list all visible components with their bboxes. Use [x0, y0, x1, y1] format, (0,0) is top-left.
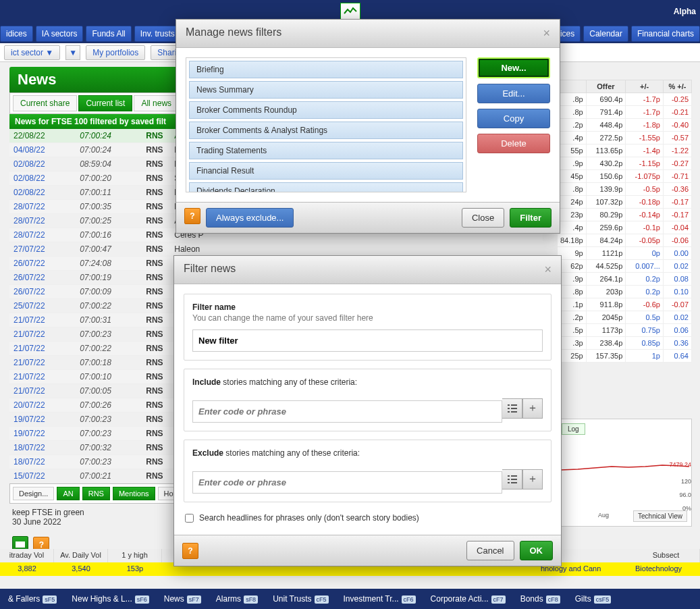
filter-list[interactable]: BriefingNews SummaryBroker Comments Roun…: [186, 57, 466, 192]
filter-button[interactable]: Filter: [510, 208, 551, 228]
filter-list-item[interactable]: Briefing: [189, 61, 463, 78]
filter-list-item[interactable]: News Summary: [189, 81, 463, 99]
exclude-criteria-input[interactable]: [192, 471, 502, 494]
svg-text:96.0: 96.0: [679, 492, 691, 498]
include-criteria-input[interactable]: [192, 400, 502, 423]
dialog-header: Filter news ×: [174, 256, 561, 284]
price-row[interactable]: .2p2045p0.5p0.02: [558, 311, 692, 324]
footer-tab[interactable]: Corporate Acti...cF7: [427, 591, 510, 606]
headlines-only-input[interactable]: [185, 514, 194, 523]
filter-list-item[interactable]: Broker Comments Roundup: [189, 101, 463, 119]
technical-view-button[interactable]: Technical View: [633, 510, 687, 522]
nav-item[interactable]: Calendar: [583, 26, 628, 42]
filter-list-item[interactable]: Trading Statements: [189, 142, 463, 159]
dropdown-button[interactable]: ▼: [65, 45, 80, 60]
price-row[interactable]: .4p259.6p-0.1p-0.04: [558, 221, 692, 234]
price-table: Offer +/- % +/- .8p690.4p-1.7p-0.25.8p79…: [557, 80, 692, 363]
price-row[interactable]: .8p791.4p-1.7p-0.21: [558, 106, 692, 119]
svg-rect-11: [511, 411, 517, 413]
help-button[interactable]: ?: [182, 543, 198, 559]
price-row[interactable]: 45p150.6p-1.075p-0.71: [558, 170, 692, 183]
footer-tab[interactable]: BondscF8: [516, 591, 564, 606]
price-row[interactable]: 84.18p84.24p-0.05p-0.06: [558, 234, 692, 247]
price-row[interactable]: .2p448.4p-1.8p-0.40: [558, 119, 692, 132]
log-button[interactable]: Log: [562, 423, 585, 435]
plus-icon[interactable]: ＋: [522, 398, 543, 419]
footer-tab[interactable]: Investment Tr...cF6: [340, 591, 420, 606]
copy-filter-button[interactable]: Copy: [477, 109, 550, 128]
price-row[interactable]: 25p157.35p1p0.64: [558, 350, 692, 363]
price-row[interactable]: .1p911.8p-0.6p-0.07: [558, 298, 692, 311]
price-row[interactable]: .5p1173p0.75p0.06: [558, 324, 692, 337]
filter-news-dialog: Filter news × Filter name You can change…: [173, 255, 562, 566]
price-row[interactable]: 55p113.65p-1.4p-1.22: [558, 144, 692, 157]
my-portfolios-button[interactable]: My portfolios: [86, 45, 145, 60]
nav-item[interactable]: IA sectors: [36, 26, 84, 42]
exclude-label: Exclude: [192, 448, 223, 458]
always-exclude-button[interactable]: Always exclude...: [206, 208, 294, 228]
footer-tab[interactable]: NewssF7: [160, 591, 205, 606]
news-tab-all-news[interactable]: All news: [134, 95, 179, 111]
price-row[interactable]: 62p44.525p0.007...0.02: [558, 260, 692, 273]
cancel-button[interactable]: Cancel: [466, 541, 514, 560]
nav-item[interactable]: Financial charts: [631, 26, 700, 42]
price-row[interactable]: .3p238.4p0.85p0.36: [558, 337, 692, 350]
svg-rect-14: [508, 479, 510, 480]
filter-name-input[interactable]: [192, 329, 543, 352]
col-change[interactable]: +/-: [626, 80, 664, 93]
footer-tabs: & FallerssF5New Highs & L...sF6NewssF7Al…: [0, 589, 700, 609]
svg-rect-15: [511, 479, 517, 480]
plus-icon[interactable]: ＋: [522, 469, 543, 489]
price-row[interactable]: .8p139.9p-0.5p-0.36: [558, 183, 692, 196]
price-row[interactable]: 23p80.29p-0.14p-0.17: [558, 209, 692, 221]
footer-tab[interactable]: New Highs & L...sF6: [68, 591, 153, 606]
svg-text:Aug: Aug: [598, 512, 609, 519]
app-logo: [340, 3, 360, 20]
delete-filter-button[interactable]: Delete: [477, 134, 550, 153]
chip[interactable]: Design...: [13, 487, 54, 500]
chevron-down-icon: ▼: [69, 48, 77, 57]
nav-item[interactable]: Inv. trusts: [134, 26, 181, 42]
close-button[interactable]: Close: [462, 208, 504, 228]
new-filter-button[interactable]: New...: [477, 57, 550, 78]
chip[interactable]: RNS: [82, 487, 110, 500]
price-row[interactable]: .9p264.1p0.2p0.08: [558, 273, 692, 286]
filter-list-item[interactable]: Broker Comments & Analyst Ratings: [189, 122, 463, 139]
price-row[interactable]: 24p107.32p-0.18p-0.17: [558, 196, 692, 209]
svg-rect-7: [511, 404, 517, 406]
footer-tab[interactable]: GiltscsF5: [571, 591, 616, 606]
col-pct[interactable]: % +/-: [663, 80, 691, 93]
filter-list-item[interactable]: Financial Result: [189, 162, 463, 180]
svg-rect-10: [508, 411, 510, 413]
ok-button[interactable]: OK: [520, 541, 554, 560]
list-icon[interactable]: [502, 398, 522, 419]
filter-list-item[interactable]: Dividends Declaration: [189, 182, 463, 192]
footer-tab[interactable]: Unit TrustscF5: [269, 591, 332, 606]
chip[interactable]: AN: [57, 487, 79, 500]
chip[interactable]: Mentions: [113, 487, 155, 500]
restrict-sector-button[interactable]: ict sector ▼: [4, 45, 60, 60]
nav-item[interactable]: idices: [0, 26, 33, 42]
news-row[interactable]: 27/07/2207:00:47RNSHaleon: [9, 242, 543, 257]
headlines-only-checkbox[interactable]: Search headlines for phrases only (don't…: [184, 510, 551, 525]
svg-text:7479.24: 7479.24: [669, 461, 691, 468]
close-icon[interactable]: ×: [543, 26, 550, 41]
footer-tab[interactable]: AlarmssF8: [212, 591, 262, 606]
chart-panel: Log 7479.24 120 96.0 0% Aug Sep 22 Techn…: [557, 419, 692, 527]
footer-tab[interactable]: & FallerssF5: [4, 591, 61, 606]
svg-rect-16: [508, 482, 510, 483]
price-row[interactable]: 9p1121p0p0.00: [558, 247, 692, 260]
news-tab-current-list[interactable]: Current list: [78, 95, 132, 111]
price-row[interactable]: .8p690.4p-1.7p-0.25: [558, 93, 692, 106]
price-row[interactable]: .9p430.2p-1.15p-0.27: [558, 157, 692, 170]
nav-item[interactable]: Funds All: [86, 26, 131, 42]
price-row[interactable]: .4p272.5p-1.55p-0.57: [558, 132, 692, 144]
col-offer[interactable]: Offer: [586, 80, 626, 93]
edit-filter-button[interactable]: Edit...: [477, 84, 550, 103]
price-row[interactable]: .8p203p0.2p0.10: [558, 286, 692, 298]
close-icon[interactable]: ×: [544, 263, 551, 277]
list-icon[interactable]: [502, 469, 522, 489]
alpha-label: Alpha: [674, 7, 696, 16]
news-tab-current-share[interactable]: Current share: [13, 95, 77, 111]
help-button[interactable]: ?: [184, 208, 200, 224]
